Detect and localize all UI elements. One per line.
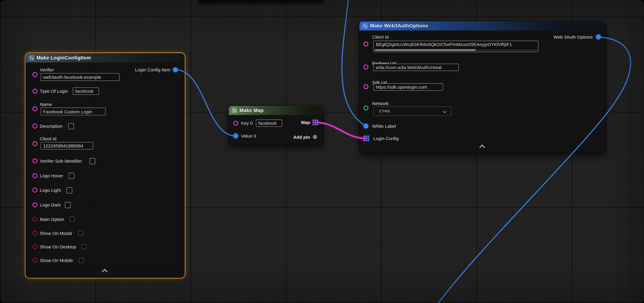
pin-label-verifier-sub-identifier: Verifier Sub Identifier [40, 158, 82, 164]
node-header-make-map[interactable]: Make Map [229, 106, 323, 115]
make-struct-icon [362, 24, 368, 28]
collapse-chevron-icon[interactable] [102, 269, 108, 275]
pin-label-client-id: Client Id [40, 136, 56, 142]
pin-label-client-id: Client Id [372, 34, 388, 40]
pin-label-show-on-mobile: Show On Mobile [40, 258, 73, 263]
client-id-input[interactable]: 1222658941886084 [40, 142, 93, 150]
chevron-down-icon [442, 109, 446, 113]
pin-client-id[interactable] [364, 42, 368, 46]
pin-label-main-option: Main Option [40, 216, 64, 222]
pin-logo-hover[interactable] [32, 173, 38, 178]
output-pin-login-config-item[interactable] [173, 67, 178, 72]
offscreen-node-edge[interactable] [198, 0, 324, 3]
pin-description[interactable] [32, 124, 38, 128]
type-of-login-input[interactable]: facebook [73, 88, 99, 95]
pin-show-on-mobile[interactable] [32, 258, 38, 263]
make-map-icon [232, 108, 237, 113]
pin-label-show-on-desktop: Show On Desktop [40, 244, 76, 250]
main-option-checkbox[interactable] [70, 217, 75, 222]
map-output-pin[interactable] [312, 120, 318, 125]
pin-label-show-on-modal: Show On Modal [40, 230, 72, 236]
pin-show-on-desktop[interactable] [32, 244, 38, 249]
verifier-sub-identifier-input[interactable] [90, 158, 95, 164]
pin-white-label[interactable] [364, 124, 368, 128]
show-on-desktop-checkbox[interactable] [82, 244, 87, 249]
horizontal-scrollbar[interactable] [374, 49, 537, 51]
pin-logo-light[interactable] [32, 188, 38, 192]
verifier-input[interactable]: web3auth-facebook-example [40, 73, 120, 81]
pin-name[interactable] [32, 106, 38, 111]
redirect-url-input[interactable]: w3a://com.w3a.Web3AuthUnreal [373, 64, 459, 71]
name-input[interactable]: Facebook Custom Login [40, 108, 106, 116]
pin-label-description: Description [40, 123, 62, 129]
client-id-input[interactable]: BEglQSgt4cUWcj6SKRdu5QkOXTsePmMcusG5EAoy… [373, 40, 538, 52]
client-id-input-value: BEglQSgt4cUWcj6SKRdu5QkOXTsePmMcusG5EAoy… [376, 42, 512, 47]
output-pin-web3auth-options[interactable] [596, 34, 601, 40]
pin-label-name: Name [40, 102, 52, 107]
pin-type-of-login[interactable] [32, 89, 38, 94]
wire-loginconfigitem-to-value0[interactable] [176, 70, 236, 136]
network-dropdown[interactable]: CYAN [373, 106, 451, 116]
key-0-input[interactable]: facebook [256, 120, 282, 127]
pin-network[interactable] [364, 106, 368, 110]
pin-main-option[interactable] [32, 217, 38, 222]
show-on-mobile-checkbox[interactable] [79, 258, 84, 263]
make-struct-icon [29, 56, 34, 60]
collapse-chevron-icon[interactable] [479, 144, 485, 150]
logo-dark-input[interactable] [65, 202, 71, 208]
logo-hover-input[interactable] [68, 173, 74, 179]
node-header-make-web3authoptions[interactable]: Make Web3AuthOptions [360, 21, 606, 30]
pin-login-config[interactable] [364, 136, 369, 141]
pin-verifier-sub-identifier[interactable] [32, 158, 38, 163]
pin-label-key-0: Key 0 [241, 120, 253, 126]
node-title: Make Map [240, 108, 264, 113]
pin-label-network: Network [372, 100, 388, 106]
pin-client-id[interactable] [32, 141, 38, 146]
show-on-modal-checkbox[interactable] [78, 231, 83, 236]
blueprint-editor-window: Make LoginConfigItem Login Config Item V… [0, 0, 644, 303]
description-input[interactable] [68, 123, 74, 130]
pin-show-on-modal[interactable] [32, 231, 38, 236]
node-make-map[interactable]: Make Map Key 0 facebook Map Value 0 Add … [229, 106, 323, 145]
pin-label-map: Map [301, 120, 310, 125]
pin-label-type-of-login: Type Of Login [40, 88, 68, 94]
pin-label-logo-dark: Logo Dark [40, 202, 61, 208]
pin-label-verifier: Verifier [40, 67, 54, 72]
pin-redirect-url[interactable] [364, 64, 368, 70]
pin-logo-dark[interactable] [32, 202, 38, 208]
pin-sdk-url[interactable] [364, 84, 368, 89]
blueprint-graph-canvas[interactable]: Make LoginConfigItem Login Config Item V… [0, 0, 644, 303]
output-pin-label: Login Config Item [135, 67, 170, 72]
node-make-web3authoptions[interactable]: Make Web3AuthOptions Web 3Auth Options C… [360, 21, 606, 154]
pin-label-value-0: Value 0 [241, 133, 256, 139]
pin-label-login-config: Login Config [373, 136, 399, 141]
sdk-url-input[interactable]: https://sdk.openlogin.com [373, 84, 443, 91]
pin-label-white-label: White Label [372, 123, 396, 129]
node-make-loginconfigitem[interactable]: Make LoginConfigItem Login Config Item V… [26, 53, 184, 278]
pin-value-0[interactable] [233, 134, 238, 138]
pin-label-logo-hover: Logo Hover [40, 173, 63, 178]
node-header-make-loginconfigitem[interactable]: Make LoginConfigItem [26, 53, 184, 62]
output-pin-label: Web 3Auth Options [554, 34, 592, 40]
scrollbar-thumb[interactable] [374, 49, 476, 51]
pin-key-0[interactable] [233, 121, 238, 126]
pin-label-logo-light: Logo Light [40, 187, 61, 193]
logo-light-input[interactable] [66, 187, 72, 194]
pin-verifier[interactable] [32, 72, 38, 77]
node-title: Make Web3AuthOptions [370, 23, 428, 29]
network-dropdown-value: CYAN [374, 109, 390, 113]
add-pin-plus-icon[interactable]: ⊕ [312, 134, 317, 140]
add-pin-label[interactable]: Add pin [293, 134, 310, 140]
node-title: Make LoginConfigItem [36, 55, 91, 61]
graph-stage: Make LoginConfigItem Login Config Item V… [0, 0, 644, 303]
